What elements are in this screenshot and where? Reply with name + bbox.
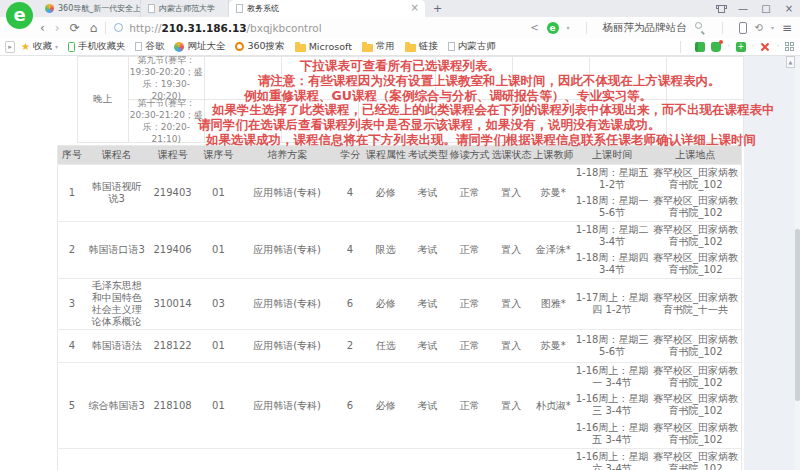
credit: 4 [335, 165, 365, 221]
tab-360-nav[interactable]: 360导航_新一代安全上网导航 [38, 0, 141, 17]
bookmark-folder-microsoft[interactable]: Microsoft [295, 41, 352, 52]
select-status: 置入 [490, 165, 532, 221]
class-time: 1-18周：星期三 5-6节 [574, 330, 650, 362]
row-index: 3 [58, 279, 86, 329]
class-place: 赛罕校区_田家炳教育书院_102 [650, 165, 741, 193]
chevron-down-icon[interactable]: ▾ [771, 24, 774, 31]
class-time: 1-16周上：星期六 3-4节 [574, 449, 650, 470]
notebook-extension-icon[interactable] [695, 42, 705, 52]
minimize-button[interactable]: — [736, 0, 750, 17]
table-row: 3毛泽东思想和中国特色社会主义理论体系概论31001403应用韩语(专科)6必修… [58, 278, 741, 329]
search-icon[interactable] [695, 22, 706, 33]
chevron-down-icon: ▾ [55, 43, 58, 50]
bookmark-360-search[interactable]: 360搜索 [235, 40, 284, 53]
toolbar: ‹ › ⟳ ⌂ http://210.31.186.13/bxqjkbcontr… [0, 17, 800, 38]
study-mode: 正常 [449, 222, 491, 278]
home-button[interactable]: ⌂ [90, 21, 98, 35]
nav-buttons: ‹ › ⟳ ⌂ [40, 21, 97, 35]
browser-logo-icon[interactable]: e [6, 2, 33, 29]
row-index: 1 [58, 165, 86, 221]
notice-line: 例如重修课程、GU课程（案例综合与分析、调研报告等）、专业实习等。 [0, 89, 800, 104]
teacher: 苏曼* [532, 330, 574, 362]
menu-icon[interactable]: ≡ [782, 21, 792, 35]
star-icon: ★ [21, 41, 30, 52]
refresh-button[interactable]: ⟳ [70, 21, 80, 35]
class-place: 赛罕校区_田家炳教育书院_102 [650, 193, 741, 221]
table-row: 6韩国语阅读121811401应用韩语(专科)4限选考试正常置入任建丽*1-16… [58, 448, 741, 470]
class-place: 赛罕校区_田家炳教育书院_十一共 [650, 279, 741, 329]
tab-close-icon[interactable]: × [411, 2, 419, 13]
bookmark-folder-links[interactable]: 链接 [405, 40, 438, 53]
new-tab-button[interactable]: + [425, 0, 450, 17]
bookmarks-bar: ▸ ★ 收藏 ▾ 手机收藏夹 谷歌 网址大全 360搜索 Microsoft 常… [0, 38, 800, 56]
skin-icon[interactable] [716, 4, 727, 13]
tab-jiaowu-active[interactable]: 教务系统 × [229, 0, 425, 17]
program: 应用韩语(专科) [239, 165, 335, 221]
tab-label: 360导航_新一代安全上网导航 [58, 3, 141, 14]
bookmark-phone-favorites[interactable]: 手机收藏夹 [68, 40, 126, 53]
divider [680, 41, 681, 53]
class-time: 1-16周上：星期五 3-4节 [574, 420, 650, 448]
bookmark-nmnu[interactable]: 内蒙古师 [448, 40, 496, 53]
sessions: 1-18周：星期三 5-6节赛罕校区_田家炳教育书院_102 [574, 330, 741, 362]
globe-360-icon [174, 42, 184, 52]
back-button[interactable]: ‹ [40, 21, 45, 35]
course-seq: 01 [197, 165, 239, 221]
program: 应用韩语(专科) [239, 449, 335, 470]
row-index: 4 [58, 330, 86, 362]
divider [586, 22, 587, 34]
scrollbar-thumb[interactable] [795, 229, 800, 401]
select-status: 置入 [490, 222, 532, 278]
tab-university[interactable]: 内蒙古师范大学 [141, 0, 229, 17]
phone-sync-icon[interactable] [739, 22, 747, 34]
table-row: 1韩国语视听说321940301应用韩语(专科)4必修考试正常置入苏曼*1-18… [58, 164, 741, 221]
teacher: 金泽洙* [532, 222, 574, 278]
forward-button[interactable]: › [55, 21, 60, 35]
course-code: 310014 [148, 279, 198, 329]
row-index: 2 [58, 222, 86, 278]
credit: 4 [335, 449, 365, 470]
program: 应用韩语(专科) [239, 279, 335, 329]
favicon-360-icon [45, 4, 54, 13]
teacher: 图雅* [532, 279, 574, 329]
browser-account-icon[interactable]: e [547, 22, 559, 34]
column-header: 上课教师 [533, 148, 575, 162]
history-icon[interactable]: ⟲ [755, 22, 763, 33]
bookmark-folder-common[interactable]: 常用 [362, 40, 395, 53]
bookmark-google[interactable]: 谷歌 [135, 40, 164, 53]
program: 应用韩语(专科) [239, 330, 335, 362]
chevron-down-icon[interactable]: ▾ [567, 24, 570, 31]
favicon-page-icon [148, 4, 155, 13]
course-attr: 限选 [365, 449, 407, 470]
close-button[interactable]: × [782, 0, 796, 17]
notice-line: 下拉课表可查看所有已选课程列表。 [0, 59, 800, 74]
address-bar[interactable]: http://210.31.186.13/bxqjkbcontrol [114, 22, 530, 34]
column-header: 上课时间 [574, 148, 650, 162]
site-icon [114, 23, 123, 32]
course-code: 218108 [148, 363, 198, 448]
course-name: 韩国语口语3 [86, 222, 148, 278]
maximize-button[interactable]: □ [759, 0, 773, 17]
row-index: 6 [58, 449, 86, 470]
sessions: 1-16周上：星期六 3-4节赛罕校区_田家炳教育书院_102 [574, 449, 741, 470]
url-text: http://210.31.186.13/bxqjkbcontrol [129, 22, 321, 34]
apps-grid-icon[interactable] [785, 42, 794, 51]
course-seq: 03 [197, 279, 239, 329]
shield-extension-icon[interactable] [711, 42, 721, 52]
program: 应用韩语(专科) [239, 363, 335, 448]
folder-icon [405, 44, 416, 52]
class-time: 1-18周：星期四 3-4节 [574, 250, 650, 278]
scissors-extension-icon[interactable] [760, 42, 770, 52]
sidebar-toggle-icon[interactable]: ▸ [5, 41, 15, 53]
credit: 4 [335, 222, 365, 278]
class-time: 1-16周上：星期一 3-4节 [574, 363, 650, 391]
bookmark-360-sites[interactable]: 网址大全 [174, 40, 225, 53]
page-content: 晚上 第九节(赛罕：19:30-20:20；盛乐：19:30-20:20) 第十… [0, 56, 800, 470]
download-extension-icon[interactable]: + [736, 42, 746, 52]
column-header: 课序号 [198, 148, 240, 162]
bookmark-favorites[interactable]: ★ 收藏 ▾ [21, 40, 58, 53]
study-mode: 正常 [449, 165, 491, 221]
sessions: 1-18周：星期五 1-2节赛罕校区_田家炳教育书院_1021-18周：星期一 … [574, 165, 741, 221]
share-icon[interactable]: < [530, 22, 538, 33]
column-header: 修读方式 [449, 148, 491, 162]
